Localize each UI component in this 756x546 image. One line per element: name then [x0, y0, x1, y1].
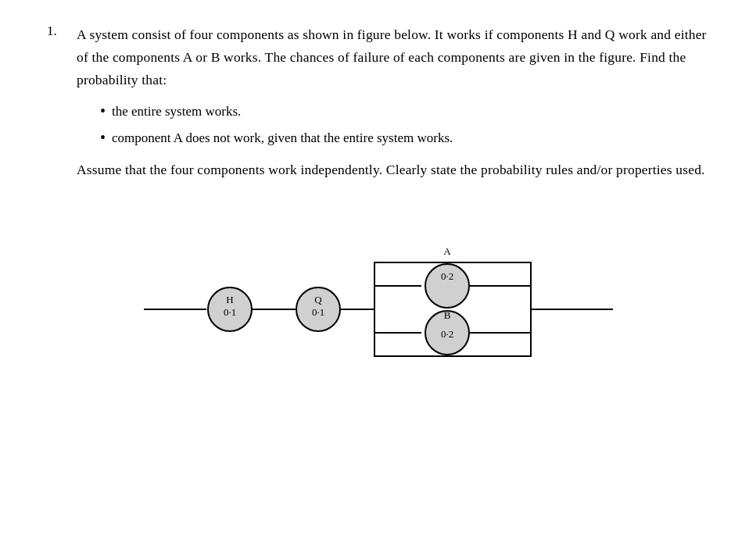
H-label: H [226, 294, 233, 305]
circuit-diagram: H 0·1 Q 0·1 0·2 A B 0·2 [144, 231, 613, 387]
list-item: • the entire system works. [100, 101, 709, 123]
bullet-text-1: the entire system works. [112, 101, 241, 123]
bullet-dot-1: • [100, 101, 106, 121]
Q-label: Q [314, 294, 322, 305]
bullet-dot-2: • [100, 127, 106, 148]
bullet-list: • the entire system works. • component A… [100, 101, 709, 149]
problem-header: 1. A system consist of four components a… [47, 23, 709, 181]
problem-number: 1. [47, 23, 69, 181]
A-value: 0·2 [440, 270, 453, 282]
problem-container: 1. A system consist of four components a… [47, 23, 709, 395]
problem-body: A system consist of four components as s… [77, 23, 709, 181]
assume-text: Assume that the four components work ind… [77, 159, 709, 181]
Q-value: 0·1 [311, 306, 324, 318]
A-label: A [443, 245, 451, 257]
H-value: 0·1 [223, 306, 235, 318]
circuit-diagram-container: H 0·1 Q 0·1 0·2 A B 0·2 [47, 223, 709, 395]
list-item: • component A does not work, given that … [100, 127, 709, 149]
problem-intro: A system consist of four components as s… [77, 23, 709, 91]
B-value: 0·2 [440, 328, 453, 340]
B-label: B [443, 309, 450, 321]
bullet-text-2: component A does not work, given that th… [112, 127, 453, 149]
